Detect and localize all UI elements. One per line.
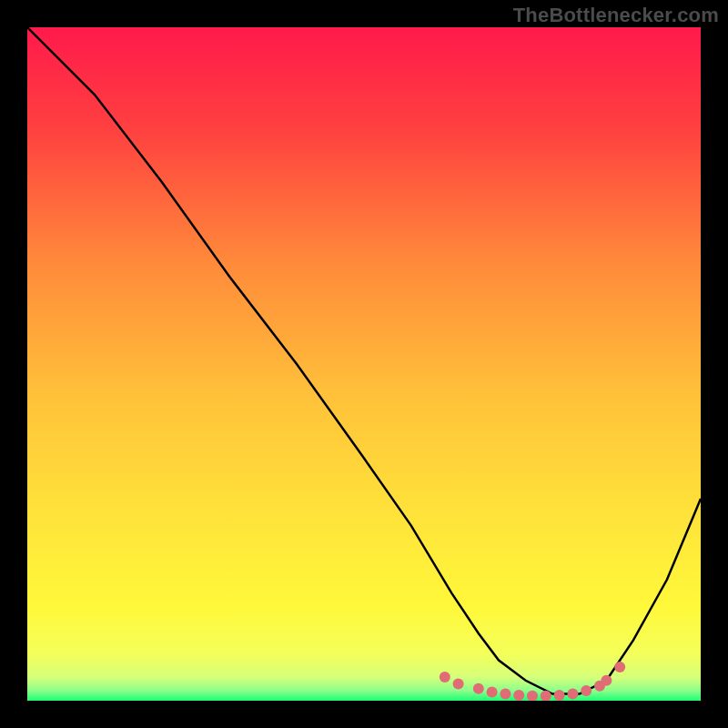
marker-dot — [487, 686, 498, 697]
marker-dot — [601, 675, 612, 686]
marker-dot — [440, 672, 450, 682]
marker-dot — [453, 679, 464, 690]
chart-container: TheBottlenecker.com — [0, 0, 728, 728]
plot-area — [27, 27, 701, 701]
marker-dot — [554, 690, 565, 701]
marker-dot — [500, 689, 511, 700]
marker-dot — [567, 689, 578, 700]
gradient-background — [27, 27, 701, 701]
marker-dot — [614, 662, 625, 672]
marker-dot — [513, 690, 524, 701]
marker-dot — [473, 683, 484, 694]
chart-svg — [27, 27, 701, 701]
watermark-text: TheBottlenecker.com — [513, 4, 719, 27]
marker-dot — [581, 685, 592, 696]
